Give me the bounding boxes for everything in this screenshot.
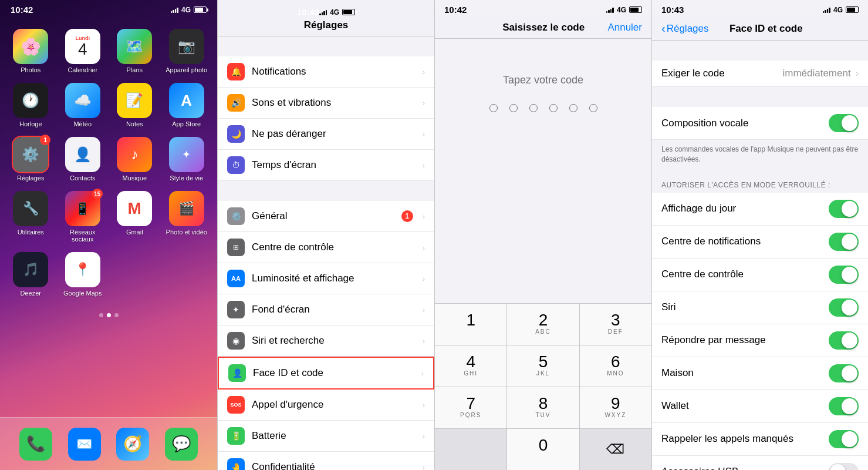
back-button[interactable]: ‹ Réglages [661,22,709,35]
faceid-icon: 👤 [228,364,246,382]
app-musique[interactable]: ♪ Musique [113,137,156,182]
settings-row-confidentialite[interactable]: 🤚 Confidentialité › [218,452,434,470]
key-2[interactable]: 2 ABC [507,304,579,345]
row-centre-controle-faceid: Centre de contrôle [652,258,868,291]
key-4[interactable]: 4 GHI [435,345,506,387]
settings-row-centre-controle[interactable]: ⊞ Centre de contrôle › [218,232,434,263]
signal-passcode [606,7,614,13]
siri-chevron: › [423,337,425,345]
wallet-faceid-toggle[interactable] [829,397,859,415]
dock-phone[interactable]: 📞 [19,428,52,461]
dock-messages[interactable]: 💬 [165,428,198,461]
sons-label: Sons et vibrations [252,97,418,109]
repondremessage-label: Répondre par message [661,334,829,346]
app-contacts-label: Contacts [70,174,95,182]
app-gmail-icon: M [117,191,152,226]
status-right-home: 4G [171,6,207,14]
settings-row-siri[interactable]: ◉ Siri et recherche › [218,325,434,357]
luminosite-label: Luminosité et affichage [252,273,418,284]
confidentialite-icon: 🤚 [227,458,245,470]
siri-faceid-toggle[interactable] [829,298,859,317]
section-gap-1 [218,181,434,201]
app-plans-label: Plans [126,66,143,73]
app-grid: 🌸 Photos Lundi 4 Calendrier 🗺️ Plans 📷 A… [0,17,217,308]
signal-faceid [823,7,830,13]
key-1[interactable]: 1 [435,304,506,345]
divider-2 [652,87,868,107]
app-lifestyle-label: Style de vie [170,174,203,182]
settings-row-appel-urgence[interactable]: SOS Appel d'urgence › [218,390,434,421]
row-exiger-code[interactable]: Exiger le code immédiatement › [652,61,868,87]
reglages-badge: 1 [40,135,50,145]
settings-row-fond-ecran[interactable]: ✦ Fond d'écran › [218,294,434,325]
app-deezer-icon: 🎵 [13,252,48,287]
app-reglages[interactable]: ⚙️ 1 Réglages [9,137,52,182]
key-6[interactable]: 6 MNO [580,345,651,387]
row-centre-notif: Centre de notifications [652,226,868,258]
app-calendrier[interactable]: Lundi 4 Calendrier [62,29,104,73]
app-plans[interactable]: 🗺️ Plans [113,29,156,73]
passcode-body: Tapez votre code [435,39,651,303]
app-utilitaires-label: Utilitaires [18,229,44,236]
app-photovideo[interactable]: 🎬 Photo et vidéo [166,191,208,243]
batterie-label: Batterie [252,430,418,442]
settings-row-ne-pas-deranger[interactable]: 🌙 Ne pas déranger › [218,119,434,150]
passcode-title: Saisissez le code [479,22,607,33]
app-gmail[interactable]: M Gmail [113,191,156,243]
rappelerappels-toggle[interactable] [829,430,859,448]
app-plans-icon: 🗺️ [117,29,152,64]
dock-mail[interactable]: ✉️ [68,428,101,461]
app-lifestyle[interactable]: ✦ Style de vie [166,137,208,182]
app-utilitaires[interactable]: 🔧 Utilitaires [9,191,52,243]
key-0[interactable]: 0 [507,429,579,470]
passcode-cancel-button[interactable]: Annuler [607,22,642,33]
app-meteo[interactable]: ☁️ Météo [62,83,104,127]
nepasderanger-label: Ne pas déranger [252,128,418,140]
centrenotif-toggle[interactable] [829,233,859,251]
key-3[interactable]: 3 DEF [580,304,651,345]
maison-toggle[interactable] [829,364,859,382]
general-badge: 1 [401,210,413,222]
app-photos[interactable]: 🌸 Photos [9,29,52,73]
settings-row-sons[interactable]: 🔊 Sons et vibrations › [218,88,434,119]
app-appstore-label: App Store [172,120,201,127]
faceid-page-title: Face ID et code [709,23,824,35]
battery-passcode [629,6,642,13]
tempsecran-label: Temps d'écran [252,159,418,171]
app-horloge[interactable]: 🕐 Horloge [9,83,52,127]
app-reseaux-sociaux[interactable]: 📱 15 Réseaux sociaux [62,191,104,243]
app-notes[interactable]: 📝 Notes [113,83,156,127]
settings-row-batterie[interactable]: 🔋 Batterie › [218,421,434,452]
app-appstore[interactable]: A App Store [166,83,208,127]
key-5[interactable]: 5 JKL [507,345,579,387]
settings-title: Réglages [304,19,349,31]
settings-row-face-id[interactable]: 👤 Face ID et code › [218,357,434,390]
dock-safari[interactable]: 🧭 [116,428,149,461]
appelurgence-chevron: › [423,401,425,409]
app-googlemaps[interactable]: 📍 Google Maps [62,252,104,297]
app-camera[interactable]: 📷 Appareil photo [166,29,208,73]
key-delete[interactable]: ⌫ [580,429,651,470]
settings-row-temps-ecran[interactable]: ⏱ Temps d'écran › [218,150,434,181]
app-photovideo-icon: 🎬 [169,191,204,226]
app-contacts[interactable]: 👤 Contacts [62,137,104,182]
rappelerappels-label: Rappeler les appels manqués [661,433,829,445]
centrenotif-label: Centre de notifications [661,236,829,247]
app-googlemaps-icon: 📍 [65,252,100,287]
key-8[interactable]: 8 TUV [507,387,579,428]
accessoiresusb-toggle[interactable] [829,463,859,470]
composition-toggle[interactable] [829,114,859,132]
centrecontrole-faceid-toggle[interactable] [829,266,859,284]
app-deezer[interactable]: 🎵 Deezer [9,252,52,297]
app-googlemaps-label: Google Maps [63,290,102,297]
key-7[interactable]: 7 PQRS [435,387,506,428]
settings-row-luminosite[interactable]: AA Luminosité et affichage › [218,263,434,294]
repondremessage-toggle[interactable] [829,331,859,350]
key-9[interactable]: 9 WXYZ [580,387,651,428]
settings-row-general[interactable]: ⚙️ Général 1 › [218,201,434,232]
dot-3 [529,104,538,112]
affichage-toggle[interactable] [829,200,859,218]
app-social-label: Réseaux sociaux [62,229,104,243]
settings-row-notifications[interactable]: 🔔 Notifications › [218,56,434,88]
accessoiresusb-label: Accessoires USB [661,466,829,470]
